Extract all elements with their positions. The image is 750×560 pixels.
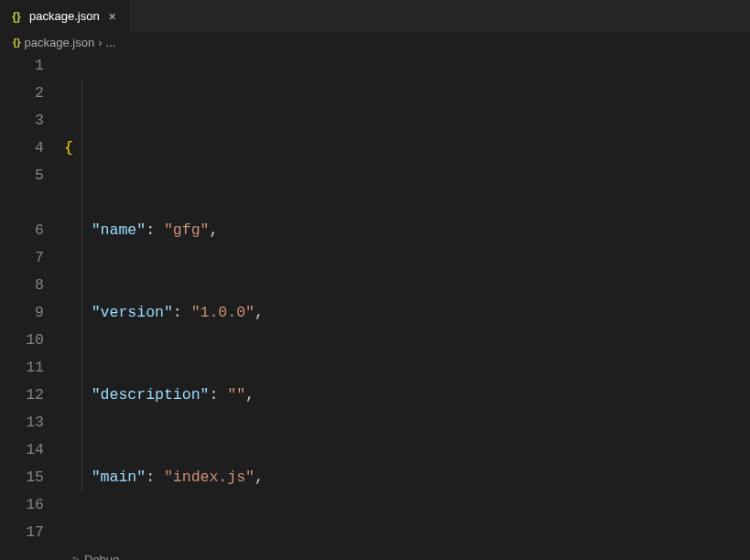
code-line: "version": "1.0.0", [64, 299, 750, 327]
line-number: 8 [0, 272, 44, 299]
line-number: 5 [0, 162, 44, 189]
line-number [0, 189, 44, 217]
line-number: 4 [0, 135, 44, 162]
line-number: 17 [0, 519, 44, 546]
line-number: 10 [0, 327, 44, 354]
breadcrumb[interactable]: {} package.json › ... [0, 32, 750, 52]
code-line: "description": "", [64, 382, 750, 409]
line-number: 15 [0, 464, 44, 491]
tab-package-json[interactable]: {} package.json × [0, 0, 129, 32]
breadcrumb-separator-icon: › [98, 36, 102, 49]
line-number: 14 [0, 436, 44, 464]
line-number: 2 [0, 80, 44, 107]
code-line: "main": "index.js", [64, 464, 750, 491]
line-number-gutter: 1 2 3 4 5 6 7 8 9 10 11 12 13 14 15 16 1… [0, 52, 64, 560]
code-line: { [64, 135, 750, 162]
line-number: 7 [0, 244, 44, 272]
code-area[interactable]: { "name": "gfg", "version": "1.0.0", "de… [64, 52, 750, 560]
line-number: 6 [0, 217, 44, 244]
line-number: 1 [0, 52, 44, 80]
play-icon: ▷ [73, 546, 81, 560]
code-line: "name": "gfg", [64, 217, 750, 244]
line-number: 16 [0, 491, 44, 519]
json-file-icon: {} [13, 37, 21, 48]
line-number: 13 [0, 409, 44, 436]
code-editor[interactable]: 1 2 3 4 5 6 7 8 9 10 11 12 13 14 15 16 1… [0, 52, 750, 560]
line-number: 3 [0, 107, 44, 135]
codelens-debug[interactable]: ▷Debug [64, 546, 750, 560]
close-icon[interactable]: × [105, 9, 120, 24]
line-number: 12 [0, 382, 44, 409]
line-number: 11 [0, 354, 44, 382]
tab-bar: {} package.json × [0, 0, 750, 32]
tab-title: package.json [29, 9, 100, 23]
breadcrumb-file: package.json [25, 36, 95, 49]
line-number: 9 [0, 299, 44, 327]
breadcrumb-more: ... [106, 36, 116, 49]
json-file-icon: {} [9, 9, 24, 24]
